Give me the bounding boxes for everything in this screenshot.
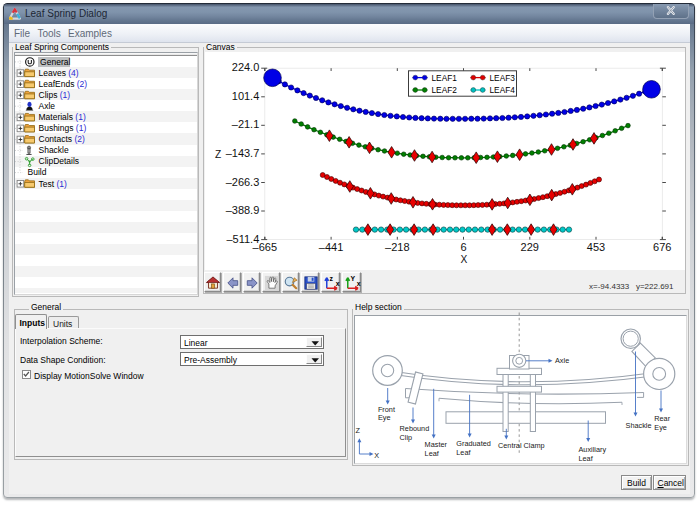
svg-text:Rebound: Rebound	[400, 424, 430, 433]
svg-text:Leaf: Leaf	[579, 454, 594, 463]
svg-text:Eye: Eye	[378, 413, 391, 422]
svg-text:Shackle: Shackle	[626, 421, 652, 430]
svg-text:Leaf: Leaf	[425, 449, 440, 458]
svg-text:Front: Front	[378, 405, 395, 414]
svg-text:Eye: Eye	[654, 423, 667, 432]
svg-text:Axle: Axle	[555, 356, 569, 365]
svg-text:Z: Z	[356, 426, 361, 435]
svg-text:Graduated: Graduated	[456, 439, 490, 448]
svg-text:Rear: Rear	[654, 414, 670, 423]
svg-text:Central Clamp: Central Clamp	[498, 441, 545, 450]
svg-text:Clip: Clip	[400, 433, 413, 442]
svg-text:Leaf: Leaf	[456, 448, 471, 457]
svg-text:Auxiliary: Auxiliary	[579, 445, 607, 454]
svg-text:Master: Master	[425, 440, 448, 449]
svg-text:X: X	[374, 451, 379, 460]
